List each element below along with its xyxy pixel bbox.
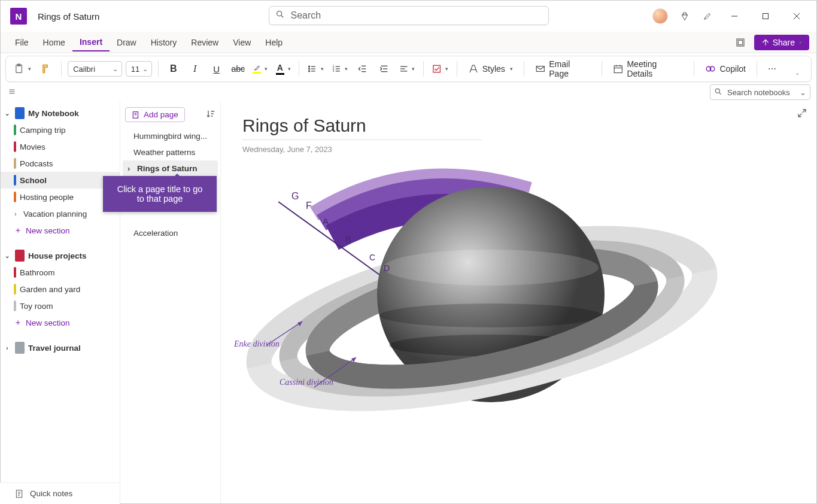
share-button[interactable]: Share ▾ <box>754 35 809 50</box>
expand-page-icon[interactable] <box>797 108 807 120</box>
pen-icon[interactable] <box>701 10 713 22</box>
chevron-right-icon: › <box>11 211 20 217</box>
svg-text:D: D <box>384 263 390 273</box>
svg-rect-33 <box>614 66 622 73</box>
meeting-details-button[interactable]: Meeting Details <box>608 59 688 78</box>
section-school[interactable]: School <box>1 172 120 189</box>
svg-text:C: C <box>369 253 375 262</box>
page-acceleration[interactable]: Acceleration <box>123 225 218 241</box>
tab-insert[interactable]: Insert <box>72 34 110 51</box>
bold-button[interactable]: B <box>165 60 183 78</box>
main: ⌄ My Notebook Camping trip Movies Podcas… <box>1 101 816 503</box>
email-page-button[interactable]: Email Page <box>530 59 596 78</box>
font-name-select[interactable]: Cailbri <box>68 61 122 77</box>
section-bathroom[interactable]: Bathroom <box>1 264 120 281</box>
fullscreen-toggle-icon[interactable] <box>735 37 746 48</box>
paste-button[interactable]: ▾ <box>11 60 34 78</box>
chevron-down-icon: ⌄ <box>3 110 11 117</box>
sort-icon[interactable] <box>206 109 215 121</box>
chevron-right-icon: › <box>3 345 11 351</box>
title-underline <box>242 139 482 140</box>
font-size-select[interactable]: 11 <box>126 61 152 77</box>
align-button[interactable]: ▾ <box>397 60 417 78</box>
cassini-label: Cassini division <box>280 378 333 387</box>
user-avatar[interactable] <box>652 8 668 24</box>
tab-file[interactable]: File <box>8 34 36 51</box>
section-camping-trip[interactable]: Camping trip <box>1 122 120 138</box>
premium-icon[interactable] <box>679 10 691 22</box>
svg-point-50 <box>383 250 599 286</box>
section-toy-room[interactable]: Toy room <box>1 297 120 314</box>
tab-home[interactable]: Home <box>36 34 72 51</box>
tab-view[interactable]: View <box>226 34 258 51</box>
svg-rect-31 <box>433 65 440 72</box>
svg-point-42 <box>715 89 719 93</box>
svg-point-51 <box>380 303 602 327</box>
minimize-button[interactable] <box>724 8 745 25</box>
svg-rect-7 <box>738 40 743 45</box>
indent-button[interactable] <box>375 60 393 78</box>
todo-tag-button[interactable]: ▾ <box>430 60 450 78</box>
search-icon <box>714 87 722 98</box>
svg-text:F: F <box>306 201 312 211</box>
nav-toggle-icon[interactable] <box>5 87 19 98</box>
notebook-icon <box>15 250 25 262</box>
tab-help[interactable]: Help <box>258 34 290 51</box>
copilot-button[interactable]: Copilot <box>700 63 751 74</box>
notebook-icon <box>15 342 25 354</box>
bullet-list-button[interactable]: ▾ <box>305 60 326 78</box>
plus-icon: ＋ <box>14 225 22 236</box>
tab-draw[interactable]: Draw <box>110 34 144 51</box>
chevron-down-icon: ⌄ <box>3 253 11 259</box>
svg-rect-9 <box>17 64 20 66</box>
styles-button[interactable]: Styles▾ <box>463 63 518 74</box>
italic-button[interactable]: I <box>186 60 204 78</box>
section-movies[interactable]: Movies <box>1 138 120 155</box>
outdent-button[interactable] <box>354 60 372 78</box>
page-rings-of-saturn[interactable]: Rings of Saturn <box>123 160 218 177</box>
search-placeholder: Search <box>291 10 321 21</box>
close-button[interactable] <box>786 8 807 25</box>
svg-text:G: G <box>291 191 299 201</box>
format-painter-button[interactable] <box>37 60 55 78</box>
underline-button[interactable]: U <box>208 60 226 78</box>
notebook-travel-journal[interactable]: › Travel journal <box>1 339 120 356</box>
tab-review[interactable]: Review <box>184 34 226 51</box>
section-garden-and-yard[interactable]: Garden and yard <box>1 281 120 297</box>
tab-history[interactable]: History <box>144 34 184 51</box>
section-vacation-planning[interactable]: ›Vacation planning <box>1 205 120 222</box>
font-color-button[interactable]: A▾ <box>274 60 293 78</box>
add-page-button[interactable]: Add page <box>125 107 185 122</box>
svg-point-14 <box>309 71 310 72</box>
page-title[interactable]: Rings of Saturn <box>242 116 795 136</box>
search-box[interactable]: Search <box>269 6 549 25</box>
page-hummingbird[interactable]: Hummingbird wing... <box>123 128 218 144</box>
search-icon <box>275 10 285 22</box>
new-section-button[interactable]: ＋New section <box>1 222 120 239</box>
maximize-button[interactable] <box>755 8 776 25</box>
menubar: File Home Insert Draw History Review Vie… <box>1 32 816 53</box>
svg-point-0 <box>277 11 281 16</box>
enke-label: Enke division <box>234 339 280 349</box>
quick-notes-button[interactable]: Quick notes <box>0 482 120 504</box>
section-hosting-people[interactable]: Hosting people <box>1 189 120 205</box>
search-notebooks-input[interactable]: Search notebooks <box>710 84 810 100</box>
new-section-button-2[interactable]: ＋New section <box>1 314 120 331</box>
section-podcasts[interactable]: Podcasts <box>1 155 120 172</box>
ribbon-expand-icon[interactable]: ⌄ <box>788 63 806 81</box>
notebook-house-projects[interactable]: ⌄ House projects <box>1 247 120 264</box>
svg-line-1 <box>281 16 283 17</box>
strikethrough-button[interactable]: abc <box>229 60 247 78</box>
page-content: Rings of Saturn Wednesday, June 7, 2023 <box>221 101 816 503</box>
notebook-my-notebook[interactable]: ⌄ My Notebook <box>1 105 120 122</box>
titlebar: N Rings of Saturn Search <box>1 1 816 32</box>
page-list: Add page Hummingbird wing... Weather pat… <box>120 101 221 503</box>
page-weather-patterns[interactable]: Weather patterns <box>123 144 218 160</box>
numbered-list-button[interactable]: 123▾ <box>330 60 350 78</box>
svg-point-12 <box>309 68 310 69</box>
plus-icon: ＋ <box>14 317 22 328</box>
notebook-icon <box>15 107 25 119</box>
app-icon: N <box>10 8 27 25</box>
more-button[interactable]: ⋯ <box>763 60 781 78</box>
highlight-button[interactable]: ▾ <box>251 60 270 78</box>
